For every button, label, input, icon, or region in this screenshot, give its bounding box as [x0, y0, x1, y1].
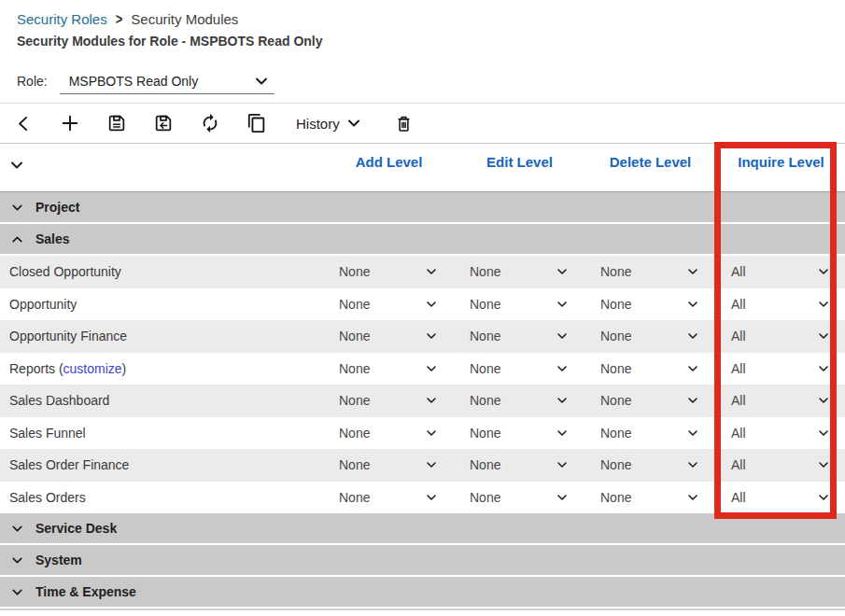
save-button[interactable]: [106, 112, 128, 134]
section-sales[interactable]: Sales: [0, 224, 845, 254]
delete-level-dropdown[interactable]: None: [600, 490, 700, 505]
delete-level-dropdown[interactable]: None: [600, 329, 700, 343]
edit-level-dropdown[interactable]: None: [470, 393, 570, 408]
chevron-down-icon: [685, 490, 700, 505]
inquire-level-dropdown[interactable]: All: [731, 297, 831, 312]
refresh-button[interactable]: [199, 112, 221, 134]
back-icon: [14, 114, 34, 133]
dropdown-value: None: [339, 426, 370, 441]
column-header-add-level[interactable]: Add Level: [339, 154, 439, 170]
dropdown-value: None: [339, 490, 370, 505]
inquire-level-dropdown[interactable]: All: [731, 457, 831, 472]
delete-level-dropdown[interactable]: None: [600, 393, 700, 408]
dropdown-value: All: [731, 361, 746, 376]
delete-level-dropdown[interactable]: None: [600, 297, 700, 312]
edit-level-dropdown[interactable]: None: [470, 457, 570, 472]
edit-level-dropdown[interactable]: None: [470, 490, 570, 505]
dropdown-value: None: [339, 264, 370, 279]
module-row-opportunity: OpportunityNoneNoneNoneAll: [0, 288, 845, 321]
edit-level-dropdown[interactable]: None: [470, 264, 570, 279]
dropdown-value: None: [470, 361, 500, 376]
chevron-down-icon: [424, 457, 439, 472]
chevron-down-icon: [424, 297, 439, 312]
module-name: Sales Funnel: [0, 426, 331, 441]
chevron-down-icon: [424, 361, 439, 376]
role-select[interactable]: MSPBOTS Read Only: [60, 68, 275, 94]
section-service-desk[interactable]: Service Desk: [0, 513, 845, 543]
history-chevron-icon: [345, 114, 363, 133]
breadcrumb-current: Security Modules: [131, 11, 238, 27]
column-header-inquire-level[interactable]: Inquire Level: [731, 154, 831, 170]
dropdown-value: None: [600, 490, 631, 505]
section-label: Service Desk: [35, 521, 117, 536]
add-button[interactable]: [59, 112, 81, 134]
inquire-level-dropdown[interactable]: All: [731, 329, 831, 343]
add-level-dropdown[interactable]: None: [339, 457, 439, 472]
edit-level-dropdown[interactable]: None: [470, 426, 570, 441]
chevron-down-icon: [555, 361, 570, 376]
chevron-down-icon: [685, 361, 700, 376]
add-level-dropdown[interactable]: None: [339, 329, 439, 343]
save-close-button[interactable]: [152, 112, 175, 134]
dropdown-value: None: [470, 426, 500, 441]
dropdown-value: None: [470, 490, 500, 505]
chevron-down-icon: [816, 264, 831, 279]
delete-level-dropdown[interactable]: None: [600, 264, 700, 279]
dropdown-value: None: [600, 426, 631, 441]
chevron-down-icon: [555, 490, 570, 505]
module-row-reports: Reports (customize)NoneNoneNoneAll: [0, 353, 845, 385]
dropdown-value: All: [731, 426, 746, 441]
chevron-down-icon: [555, 264, 570, 279]
dropdown-value: None: [470, 297, 500, 312]
customize-link[interactable]: customize: [63, 361, 122, 376]
inquire-level-dropdown[interactable]: All: [731, 393, 831, 408]
module-name: Closed Opportunity: [0, 264, 331, 279]
add-level-dropdown[interactable]: None: [339, 264, 439, 279]
back-button[interactable]: [12, 112, 35, 134]
chevron-down-icon: [9, 521, 25, 537]
edit-level-dropdown[interactable]: None: [470, 297, 570, 312]
save-icon: [106, 113, 127, 133]
column-header-delete-level[interactable]: Delete Level: [600, 154, 700, 170]
delete-button[interactable]: [393, 112, 415, 134]
inquire-level-dropdown[interactable]: All: [731, 264, 831, 279]
add-level-dropdown[interactable]: None: [339, 426, 439, 441]
history-button[interactable]: History: [296, 114, 363, 133]
module-name: Opportunity: [0, 297, 331, 312]
chevron-down-icon: [9, 200, 25, 216]
add-level-dropdown[interactable]: None: [339, 490, 439, 505]
chevron-down-icon: [816, 426, 831, 441]
column-header-edit-level[interactable]: Edit Level: [470, 154, 570, 170]
delete-level-dropdown[interactable]: None: [600, 426, 700, 441]
edit-level-dropdown[interactable]: None: [470, 361, 570, 376]
section-project[interactable]: Project: [0, 192, 845, 222]
inquire-level-dropdown[interactable]: All: [731, 426, 831, 441]
delete-level-dropdown[interactable]: None: [600, 457, 700, 472]
module-name: Sales Dashboard: [0, 393, 331, 408]
delete-level-dropdown[interactable]: None: [600, 361, 700, 376]
breadcrumb-separator-icon: >: [116, 10, 123, 28]
inquire-level-dropdown[interactable]: All: [731, 490, 831, 505]
dropdown-value: All: [731, 393, 746, 408]
section-time-expense[interactable]: Time & Expense: [0, 577, 845, 607]
chevron-down-icon: [424, 264, 439, 279]
section-label: System: [35, 553, 82, 567]
add-level-dropdown[interactable]: None: [339, 361, 439, 376]
add-level-dropdown[interactable]: None: [339, 297, 439, 312]
edit-level-dropdown[interactable]: None: [470, 329, 570, 343]
inquire-level-dropdown[interactable]: All: [731, 361, 831, 376]
page-title: Security Modules for Role - MSPBOTS Read…: [17, 34, 845, 49]
section-system[interactable]: System: [0, 545, 845, 575]
breadcrumb-link-security-roles[interactable]: Security Roles: [17, 11, 107, 27]
chevron-down-icon: [555, 297, 570, 312]
copy-button[interactable]: [246, 112, 268, 134]
module-name: Reports (customize): [0, 361, 331, 376]
collapse-all-button[interactable]: [0, 154, 28, 175]
chevron-down-icon: [816, 361, 831, 376]
dropdown-value: All: [731, 297, 746, 312]
chevron-down-icon: [424, 393, 439, 408]
add-level-dropdown[interactable]: None: [339, 393, 439, 408]
dropdown-value: None: [600, 393, 631, 408]
chevron-down-icon: [9, 584, 25, 600]
toolbar: History: [0, 104, 845, 143]
